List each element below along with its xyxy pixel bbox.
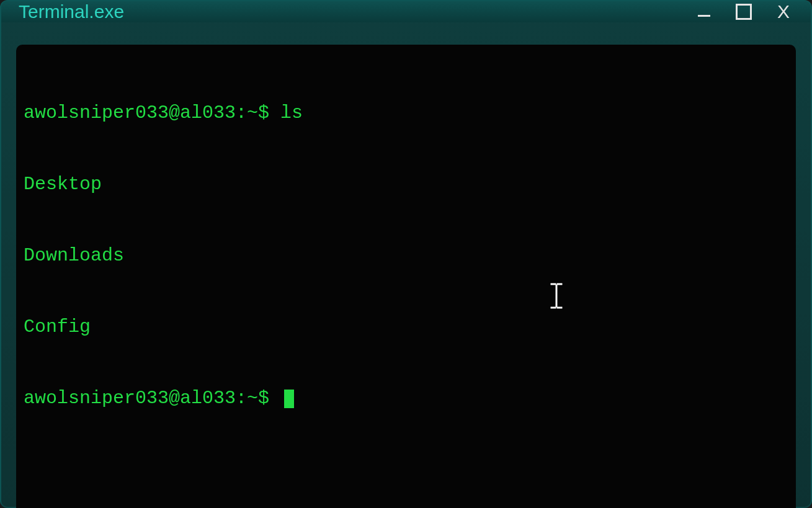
- terminal-viewport[interactable]: awolsniper033@al033:~$ ls Desktop Downlo…: [16, 45, 796, 508]
- terminal-output-line: Desktop: [24, 172, 788, 196]
- prompt-text: awolsniper033@al033:~$: [24, 102, 280, 123]
- cursor-block-icon: [284, 390, 294, 408]
- client-area: awolsniper033@al033:~$ ls Desktop Downlo…: [1, 22, 811, 508]
- terminal-output-line: Config: [24, 315, 788, 339]
- terminal-line: awolsniper033@al033:~$: [24, 386, 788, 410]
- close-icon[interactable]: X: [774, 2, 793, 22]
- titlebar[interactable]: Terminal.exe X: [1, 1, 811, 22]
- terminal-window: Terminal.exe X awolsniper033@al033:~$ ls…: [0, 0, 812, 508]
- terminal-line: awolsniper033@al033:~$ ls: [24, 101, 788, 125]
- text-cursor-icon: [548, 280, 564, 311]
- window-controls: X: [694, 2, 793, 22]
- maximize-icon[interactable]: [734, 2, 754, 22]
- command-text: ls: [280, 102, 303, 123]
- minimize-icon[interactable]: [694, 2, 714, 22]
- window-title: Terminal.exe: [19, 1, 124, 22]
- terminal-output-line: Downloads: [24, 244, 788, 267]
- prompt-text: awolsniper033@al033:~$: [24, 386, 280, 410]
